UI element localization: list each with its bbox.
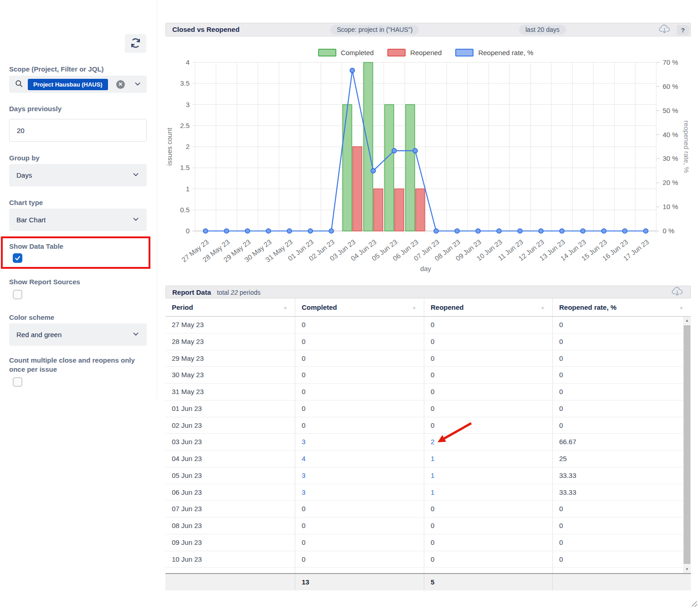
sort-asc-icon[interactable]: ▲ [540, 298, 545, 316]
issue-count-link[interactable]: 1 [431, 455, 434, 462]
legend-item[interactable]: Reopened [387, 49, 442, 56]
column-header[interactable]: Completed▲ [295, 298, 424, 316]
count-once-checkbox[interactable] [13, 377, 22, 387]
panel-title: Closed vs Reopened [172, 23, 240, 36]
group-by-value: Days [16, 171, 32, 179]
download-icon [671, 287, 683, 298]
table-row: 02 Jun 23000 [165, 417, 683, 434]
table-cell: 0 [424, 501, 553, 517]
table-scrollbar[interactable]: ▲ ▼ [683, 317, 691, 573]
table-cell: 06 Jun 23 [165, 484, 295, 501]
issue-count-link[interactable]: 3 [302, 488, 305, 496]
svg-text:2.5: 2.5 [180, 122, 190, 129]
svg-text:1: 1 [186, 185, 190, 193]
table-cell: 27 May 23 [165, 317, 295, 333]
show-report-sources-label: Show Report Sources [9, 278, 80, 286]
table-cell: 0 [295, 384, 424, 400]
remove-icon[interactable]: ✕ [116, 80, 125, 89]
scrollbar-thumb[interactable] [684, 325, 690, 564]
table-cell: 09 Jun 23 [165, 534, 295, 551]
color-scheme-select[interactable]: Red and green [9, 323, 147, 346]
table-body: 27 May 2300028 May 2300029 May 2300030 M… [165, 317, 691, 573]
totals-reopened-cell: 5 [424, 574, 553, 590]
table-cell: 01 Jun 23 [165, 400, 295, 417]
table-cell: 0 [295, 400, 424, 417]
sort-asc-icon[interactable]: ▲ [679, 298, 684, 316]
table-cell: 0 [295, 367, 424, 383]
scroll-down-icon[interactable]: ▼ [683, 565, 691, 573]
table-cell: 0 [295, 317, 424, 333]
svg-text:4: 4 [186, 58, 190, 66]
table-cell: 0 [295, 518, 424, 534]
group-by-select[interactable]: Days [9, 164, 147, 186]
issue-count-link[interactable]: 3 [302, 472, 305, 479]
svg-text:60 %: 60 % [663, 82, 678, 90]
legend-item[interactable]: Reopened rate, % [455, 49, 533, 56]
table-row: 30 May 23000 [165, 367, 683, 384]
legend-label: Reopened rate, % [478, 49, 533, 56]
legend-label: Reopened [410, 49, 442, 56]
svg-text:70 %: 70 % [663, 58, 678, 66]
legend-label: Completed [341, 49, 374, 56]
table-row: 07 Jun 23000 [165, 501, 683, 518]
issue-count-link[interactable]: 2 [431, 438, 434, 446]
svg-text:2: 2 [186, 143, 190, 150]
chevron-down-icon[interactable] [134, 80, 141, 89]
issue-count-link[interactable]: 1 [431, 488, 434, 496]
days-input[interactable] [9, 119, 147, 142]
scope-select[interactable]: Project Hausbau (HAUS) ✕ [9, 76, 147, 93]
chart-panel-header: Closed vs Reopened Scope: project in ("H… [165, 23, 691, 36]
table-cell: 0 [295, 333, 424, 350]
chart-type-select[interactable]: Bar Chart [9, 209, 147, 231]
sort-asc-icon[interactable]: ▲ [283, 298, 288, 316]
table-cell: 0 [424, 367, 553, 383]
column-header-label: Completed [302, 303, 337, 311]
svg-text:40 %: 40 % [663, 131, 678, 138]
table-cell: 0 [553, 350, 683, 367]
totals-completed-cell: 13 [295, 574, 424, 590]
table-cell: 0 [553, 534, 683, 551]
svg-text:20 %: 20 % [663, 179, 678, 186]
resize-handle[interactable] [692, 601, 697, 607]
scroll-up-icon[interactable]: ▲ [683, 317, 691, 324]
download-chart-button[interactable] [658, 24, 670, 35]
column-header[interactable]: Period▲ [165, 298, 295, 316]
group-by-label: Group by [9, 154, 40, 162]
table-cell: 25 [553, 451, 683, 467]
table-cell: 0 [295, 568, 424, 573]
table-row: 06 Jun 233133.33 [165, 484, 683, 501]
table-cell: 2 [424, 434, 553, 450]
svg-text:0 %: 0 % [663, 227, 674, 235]
issue-count-link[interactable]: 3 [302, 438, 305, 446]
table-row: 09 Jun 23000 [165, 534, 683, 551]
table-cell: 08 Jun 23 [165, 518, 295, 534]
table-cell: 10 Jun 23 [165, 551, 295, 568]
download-icon [659, 24, 670, 36]
issue-count-link[interactable]: 1 [431, 472, 434, 479]
table-cell: 3 [295, 467, 424, 484]
download-table-button[interactable] [671, 287, 683, 297]
table-cell: 3 [295, 484, 424, 501]
show-data-table-checkbox[interactable] [13, 253, 22, 263]
table-cell: 0 [424, 518, 553, 534]
table-cell: 0 [424, 350, 553, 367]
svg-text:issues count: issues count [165, 127, 173, 165]
sort-asc-icon[interactable]: ▲ [412, 298, 417, 316]
count-once-label: Count multiple close and reopens only on… [9, 356, 139, 374]
chevron-down-icon [132, 215, 139, 224]
table-cell: 0 [424, 417, 553, 434]
table-cell: 0 [424, 317, 553, 333]
show-data-table-label: Show Data Table [9, 242, 149, 250]
svg-text:reopened rate, %: reopened rate, % [683, 120, 690, 173]
refresh-icon [130, 37, 141, 50]
legend-item[interactable]: Completed [318, 49, 374, 56]
column-header[interactable]: Reopened rate, %▲ [553, 298, 691, 316]
table-cell: 0 [295, 501, 424, 517]
scope-chip[interactable]: Project Hausbau (HAUS) [28, 79, 108, 90]
range-pill: last 20 days [519, 25, 566, 35]
refresh-button[interactable] [125, 34, 146, 53]
column-header[interactable]: Reopened▲ [424, 298, 553, 316]
help-button[interactable]: ? [677, 25, 689, 35]
show-report-sources-checkbox[interactable] [13, 290, 22, 299]
issue-count-link[interactable]: 4 [302, 455, 305, 462]
